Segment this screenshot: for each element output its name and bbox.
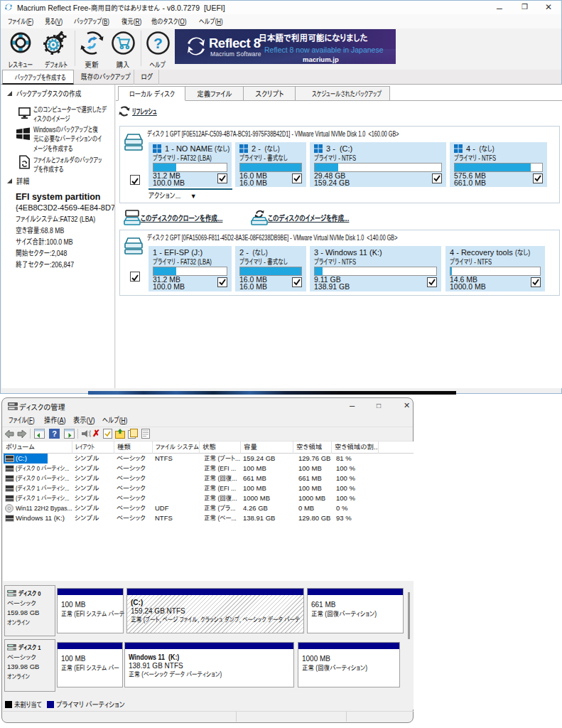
svg-text:?: ? bbox=[153, 35, 163, 51]
